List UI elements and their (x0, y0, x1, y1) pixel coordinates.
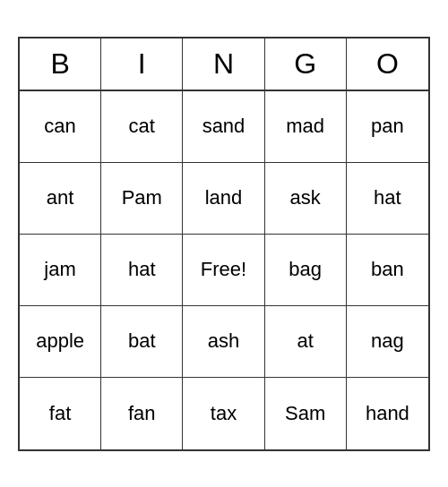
bingo-cell[interactable]: sand (183, 91, 264, 163)
bingo-cell[interactable]: hat (101, 235, 183, 306)
bingo-cell[interactable]: cat (101, 91, 183, 163)
bingo-cell[interactable]: Pam (101, 163, 183, 235)
bingo-cell[interactable]: ash (183, 306, 264, 378)
bingo-cell[interactable]: apple (20, 306, 101, 378)
bingo-cell[interactable]: ant (20, 163, 101, 235)
bingo-header: BINGO (20, 38, 428, 91)
bingo-header-letter: B (20, 38, 101, 90)
bingo-cell[interactable]: pan (347, 91, 428, 163)
bingo-header-letter: I (101, 38, 183, 90)
bingo-cell[interactable]: Free! (183, 235, 264, 306)
bingo-cell[interactable]: ban (347, 235, 428, 306)
bingo-card: BINGO cancatsandmadpanantPamlandaskhatja… (18, 37, 430, 451)
bingo-cell[interactable]: jam (20, 235, 101, 306)
bingo-cell[interactable]: mad (265, 91, 347, 163)
bingo-cell[interactable]: land (183, 163, 264, 235)
bingo-cell[interactable]: Sam (265, 378, 347, 449)
bingo-header-letter: G (265, 38, 347, 90)
bingo-header-letter: O (347, 38, 428, 90)
bingo-cell[interactable]: ask (265, 163, 347, 235)
bingo-grid: cancatsandmadpanantPamlandaskhatjamhatFr… (20, 91, 428, 449)
bingo-cell[interactable]: bat (101, 306, 183, 378)
bingo-cell[interactable]: at (265, 306, 347, 378)
bingo-cell[interactable]: hand (347, 378, 428, 449)
bingo-cell[interactable]: bag (265, 235, 347, 306)
bingo-cell[interactable]: hat (347, 163, 428, 235)
bingo-cell[interactable]: nag (347, 306, 428, 378)
bingo-cell[interactable]: can (20, 91, 101, 163)
bingo-cell[interactable]: fat (20, 378, 101, 449)
bingo-header-letter: N (183, 38, 264, 90)
bingo-cell[interactable]: fan (101, 378, 183, 449)
bingo-cell[interactable]: tax (183, 378, 264, 449)
